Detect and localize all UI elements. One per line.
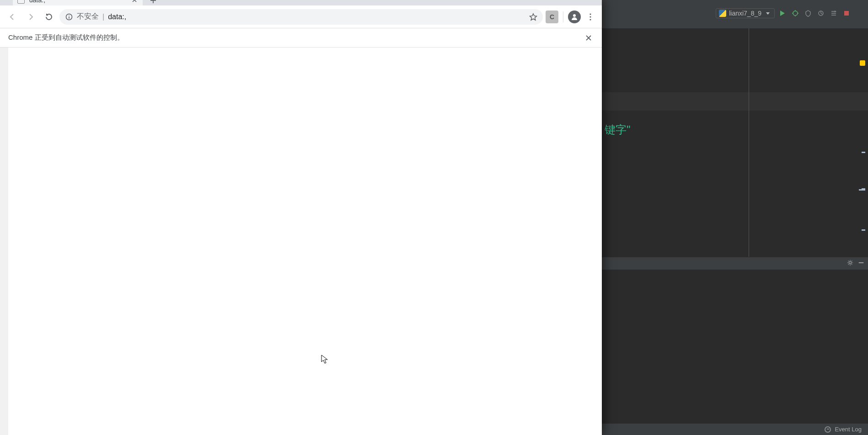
profile-avatar-button[interactable] bbox=[568, 11, 581, 23]
stripe-mark[interactable] bbox=[859, 189, 865, 191]
omnibox-url: data:, bbox=[108, 13, 525, 21]
run-config-name: lianxi7_8_9 bbox=[729, 10, 761, 17]
omnibox-separator: | bbox=[102, 13, 104, 21]
svg-marker-29 bbox=[530, 14, 537, 20]
svg-point-31 bbox=[589, 13, 591, 15]
security-label: 不安全 bbox=[77, 12, 99, 21]
omnibox[interactable]: 不安全 | data:, bbox=[59, 9, 543, 25]
svg-point-33 bbox=[589, 19, 591, 20]
warning-marker-icon[interactable] bbox=[860, 60, 865, 66]
chrome-toolbar: 不安全 | data:, C bbox=[0, 5, 602, 28]
svg-marker-0 bbox=[780, 11, 785, 16]
debug-button[interactable] bbox=[790, 8, 800, 18]
run-configuration-selector[interactable]: lianxi7_8_9 bbox=[716, 8, 775, 18]
minimize-panel-icon[interactable] bbox=[858, 260, 864, 268]
svg-line-20 bbox=[852, 260, 852, 261]
svg-point-28 bbox=[69, 15, 70, 16]
svg-point-12 bbox=[849, 261, 851, 264]
site-info-icon[interactable] bbox=[65, 13, 73, 21]
new-tab-button[interactable] bbox=[148, 0, 158, 5]
svg-point-30 bbox=[573, 14, 576, 17]
automation-infobar: Chrome 正受到自动测试软件的控制。 bbox=[0, 28, 602, 48]
event-log-icon[interactable] bbox=[825, 426, 831, 433]
chrome-browser-window: data:, 不安全 | data:, C Chrome 正受到自动测试软件的控… bbox=[0, 0, 602, 435]
infobar-close-button[interactable] bbox=[584, 33, 594, 43]
back-button[interactable] bbox=[5, 9, 20, 25]
tab-title: data:, bbox=[29, 0, 126, 4]
concurrent-button[interactable] bbox=[829, 8, 839, 18]
stripe-mark[interactable] bbox=[862, 229, 865, 231]
editor-visible-code: 键字" bbox=[605, 122, 631, 137]
svg-line-18 bbox=[852, 264, 852, 265]
forward-button[interactable] bbox=[23, 9, 38, 25]
browser-tab-active[interactable]: data:, bbox=[13, 0, 143, 5]
infobar-message: Chrome 正受到自动测试软件的控制。 bbox=[8, 33, 584, 42]
reload-button[interactable] bbox=[41, 9, 57, 25]
chrome-tabstrip: data:, bbox=[0, 0, 602, 5]
svg-point-1 bbox=[793, 11, 798, 16]
coverage-button[interactable] bbox=[803, 8, 813, 18]
ide-run-toolbar: lianxi7_8_9 bbox=[716, 8, 852, 18]
python-file-icon bbox=[719, 10, 726, 17]
svg-marker-10 bbox=[835, 11, 836, 12]
gear-icon[interactable] bbox=[847, 260, 853, 268]
tab-favicon-icon bbox=[17, 0, 25, 4]
run-button[interactable] bbox=[777, 8, 788, 18]
svg-line-19 bbox=[848, 264, 849, 265]
tab-close-button[interactable] bbox=[131, 0, 138, 4]
extension-button[interactable]: C bbox=[546, 11, 558, 23]
svg-rect-11 bbox=[844, 11, 849, 16]
bookmark-star-icon[interactable] bbox=[529, 13, 537, 21]
toolbar-separator bbox=[563, 11, 563, 22]
extension-letter: C bbox=[550, 13, 554, 21]
stop-button[interactable] bbox=[841, 8, 852, 18]
svg-point-32 bbox=[589, 16, 591, 17]
svg-line-17 bbox=[848, 260, 849, 261]
chrome-menu-button[interactable] bbox=[584, 10, 597, 24]
chevron-down-icon bbox=[766, 12, 770, 15]
vertical-scrollbar[interactable] bbox=[0, 48, 8, 435]
stripe-mark[interactable] bbox=[862, 152, 865, 153]
profile-button[interactable] bbox=[816, 8, 826, 18]
editor-vertical-split[interactable] bbox=[749, 28, 749, 257]
event-log-label[interactable]: Event Log bbox=[835, 426, 862, 433]
page-content-area[interactable] bbox=[0, 48, 602, 435]
